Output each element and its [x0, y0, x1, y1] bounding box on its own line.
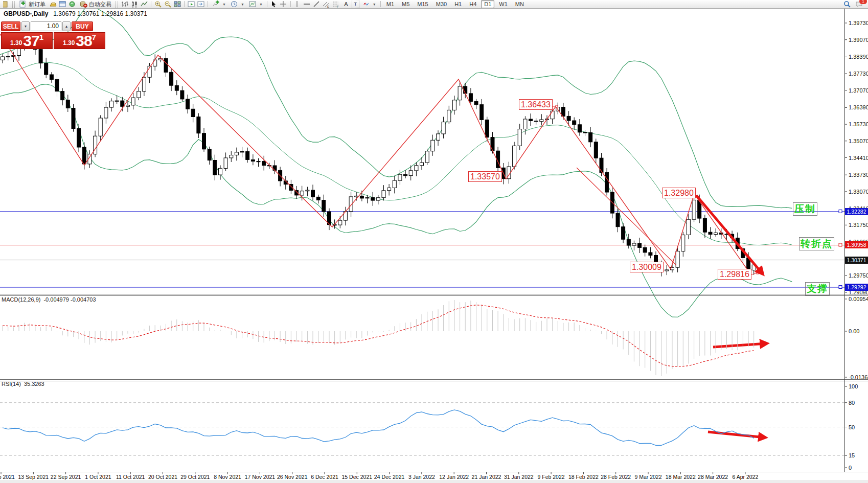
channel-tool-icon[interactable]: E — [323, 1, 331, 8]
bar-chart-icon[interactable] — [121, 1, 129, 8]
rsi-axis-labels: 1008050150 — [844, 383, 858, 471]
dropdown-arrow-icon: ▼ — [259, 3, 263, 6]
indicators-button[interactable]: ▼ — [211, 1, 227, 8]
tf-h1[interactable]: H1 — [451, 0, 465, 8]
svg-text:28 Feb 2022: 28 Feb 2022 — [601, 474, 631, 480]
sell-price-pips: 37 — [23, 33, 39, 48]
one-click-trading-panel: SELL ▾ 1.00 ▴ BUY 1.30371 1.30387 — [0, 21, 109, 49]
sell-price-base: 1.30 — [10, 38, 22, 48]
svg-text:20 Oct 2021: 20 Oct 2021 — [148, 474, 177, 480]
price-annotation[interactable]: 1.30009 — [630, 262, 664, 272]
svg-text:0: 0 — [849, 465, 852, 471]
charts-window-icon[interactable] — [58, 1, 66, 8]
crosshair-icon[interactable] — [280, 1, 288, 8]
svg-text:1.34410: 1.34410 — [849, 155, 868, 161]
toolbar-separator — [184, 1, 185, 7]
svg-text:1.35070: 1.35070 — [849, 138, 868, 144]
zigzag-line — [0, 34, 750, 274]
svg-text:24 Dec 2021: 24 Dec 2021 — [374, 474, 405, 480]
svg-text:80: 80 — [849, 400, 855, 406]
volume-increase-button[interactable]: ▴ — [62, 21, 71, 31]
time-axis-labels: 2 Sep 202113 Sep 202122 Sep 20211 Oct 20… — [0, 472, 758, 480]
tf-w1[interactable]: W1 — [496, 0, 511, 8]
price-annotation[interactable]: 1.32980 — [662, 188, 696, 198]
signals-icon[interactable] — [68, 1, 76, 8]
auto-scroll-icon[interactable] — [187, 1, 195, 8]
tf-m5[interactable]: M5 — [399, 0, 413, 8]
notification-badge: 1 — [859, 0, 867, 4]
svg-text:1 Oct 2021: 1 Oct 2021 — [85, 474, 111, 480]
svg-text:13 Sep 2021: 13 Sep 2021 — [18, 474, 49, 480]
tf-m1[interactable]: M1 — [383, 0, 397, 8]
volume-decrease-button[interactable]: ▾ — [21, 21, 30, 31]
label-tool-icon[interactable]: T — [352, 1, 359, 8]
search-icon[interactable] — [843, 1, 851, 8]
buy-price-display[interactable]: 1.30387 — [54, 32, 105, 49]
new-order-icon — [19, 1, 27, 8]
macd-values: -0.004979 -0.004703 — [43, 296, 96, 303]
buy-button[interactable]: BUY — [72, 21, 93, 31]
autotrading-button[interactable]: 自动交易 — [78, 1, 113, 8]
periods-button[interactable]: ▼ — [229, 1, 246, 8]
macd-panel-label: MACD(12,26,9)-0.004979 -0.004703 — [2, 296, 99, 303]
resistance-label[interactable]: 压制 — [793, 202, 817, 216]
candlesticks — [0, 39, 756, 276]
fibo-tool-icon[interactable]: F — [332, 1, 340, 8]
svg-text:1.36390: 1.36390 — [849, 104, 868, 110]
svg-text:9 Feb 2022: 9 Feb 2022 — [538, 474, 565, 480]
dropdown-arrow-icon: ▼ — [241, 3, 244, 6]
toolbar-separator — [267, 1, 267, 7]
shapes-icon — [362, 1, 371, 8]
svg-text:3 Jan 2022: 3 Jan 2022 — [408, 474, 435, 480]
tf-d1[interactable]: D1 — [481, 0, 494, 8]
volume-input[interactable]: 1.00 — [31, 21, 61, 31]
candle-chart-icon[interactable] — [130, 1, 139, 8]
toolbar-grip — [12, 1, 15, 8]
chart-canvas[interactable]: 1.397301.390701.383901.377301.370701.363… — [0, 0, 868, 483]
tile-windows-icon[interactable] — [173, 1, 181, 8]
tf-mn[interactable]: MN — [512, 0, 527, 8]
support-label[interactable]: 支撑 — [805, 282, 830, 295]
rsi-value: 35.3263 — [24, 381, 44, 387]
bottom-strip — [0, 480, 868, 483]
price-annotation[interactable]: 1.36433 — [519, 99, 553, 110]
svg-text:1.31750: 1.31750 — [849, 222, 868, 228]
clipped-icon[interactable] — [2, 1, 10, 8]
macd-histogram — [3, 300, 754, 376]
svg-text:18 Mar 2022: 18 Mar 2022 — [666, 474, 696, 480]
buy-price-point: 7 — [92, 33, 96, 41]
rsi-name: RSI(14) — [2, 381, 21, 387]
zoom-out-icon[interactable] — [164, 1, 172, 8]
svg-text:-0.013684: -0.013684 — [849, 374, 868, 380]
trendline-tool-icon[interactable] — [313, 1, 321, 8]
price-annotation[interactable]: 1.29816 — [718, 269, 751, 280]
turning-point-label[interactable]: 转折点 — [799, 237, 834, 250]
symbol-period-label: GBPUSD-,Daily — [4, 10, 48, 17]
hline-tool-icon[interactable] — [303, 1, 311, 8]
shapes-button[interactable]: ▼ — [361, 1, 378, 8]
sell-price-display[interactable]: 1.30371 — [1, 32, 53, 49]
chart-shift-icon[interactable] — [197, 1, 205, 8]
svg-text:17 Nov 2021: 17 Nov 2021 — [245, 474, 276, 480]
svg-text:9 Mar 2022: 9 Mar 2022 — [634, 474, 661, 480]
tf-h4[interactable]: H4 — [466, 0, 479, 8]
price-annotation[interactable]: 1.33570 — [468, 171, 502, 182]
market-watch-icon[interactable] — [49, 1, 57, 8]
svg-text:1.38390: 1.38390 — [849, 54, 868, 60]
vline-tool-icon[interactable] — [293, 1, 302, 8]
chat-icon[interactable]: 1 — [855, 1, 863, 8]
text-tool-icon[interactable]: A — [342, 1, 350, 8]
sell-button[interactable]: SELL — [1, 21, 20, 31]
svg-text:31 Jan 2022: 31 Jan 2022 — [504, 474, 534, 480]
cursor-icon[interactable] — [270, 1, 278, 8]
dropdown-arrow-icon: ▼ — [373, 3, 376, 6]
templates-button[interactable]: ▼ — [247, 1, 264, 8]
new-order-button[interactable]: 新订单 — [17, 1, 47, 8]
periods-clock-icon — [231, 1, 239, 8]
tf-m15[interactable]: M15 — [414, 0, 431, 8]
svg-text:8 Nov 2021: 8 Nov 2021 — [214, 474, 241, 480]
zoom-in-icon[interactable] — [154, 1, 162, 8]
tf-m30[interactable]: M30 — [433, 0, 450, 8]
svg-text:1.37070: 1.37070 — [849, 87, 868, 94]
line-chart-icon[interactable] — [140, 1, 148, 8]
